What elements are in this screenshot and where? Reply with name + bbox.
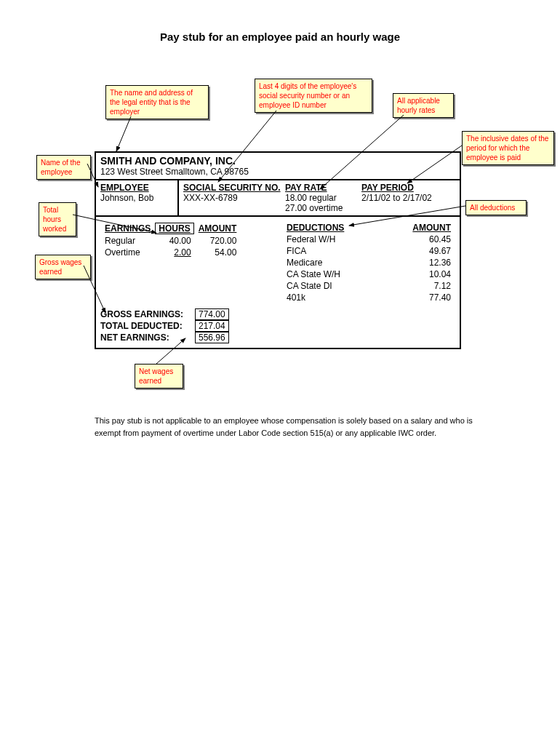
earnings-table: EARNINGS HOURS AMOUNT Regular 40.00 720.…	[100, 221, 241, 259]
callout-rates: All applicable hourly rates	[393, 93, 454, 118]
deduction-row: Medicare12.36	[284, 258, 454, 268]
deducted-label: TOTAL DEDUCTED:	[100, 321, 195, 331]
earnings-hours: 40.00	[155, 236, 193, 246]
footer-note: This pay stub is not applicable to an em…	[95, 415, 473, 439]
earnings-block: EARNINGS HOURS AMOUNT Regular 40.00 720.…	[100, 221, 268, 304]
deduction-row: FICA49.67	[284, 246, 454, 256]
employee-name: Johnson, Bob	[100, 193, 173, 203]
callout-deductions: All deductions	[465, 200, 527, 215]
deductions-col-header: DEDUCTIONS	[284, 223, 383, 233]
paystub-container: SMITH AND COMPANY, INC. 123 West Street …	[95, 151, 461, 349]
ssn-header: SOCIAL SECURITY NO.	[183, 183, 285, 193]
amount-col-header: AMOUNT	[196, 223, 240, 234]
deducted-value: 217.04	[195, 320, 229, 332]
deduction-row: 401k77.40	[284, 292, 454, 303]
payrate-1: 18.00 regular	[285, 193, 361, 203]
company-section: SMITH AND COMPANY, INC. 123 West Street …	[96, 153, 460, 180]
body-row: EARNINGS HOURS AMOUNT Regular 40.00 720.…	[96, 217, 460, 308]
payrate-header: PAY RATE	[285, 183, 361, 193]
earnings-hours: 2.00	[155, 247, 193, 258]
employee-cell: EMPLOYEE Johnson, Bob	[96, 180, 177, 215]
earnings-row: Overtime 2.00 54.00	[102, 247, 239, 258]
net-label: NET EARNINGS:	[100, 332, 195, 343]
callout-hours: Total hours worked	[39, 202, 76, 236]
earnings-label: Regular	[102, 236, 153, 246]
callout-ssn: Last 4 digits of the employee's social s…	[255, 79, 372, 113]
callout-period: The inclusive dates of the period for wh…	[462, 131, 554, 165]
payperiod-value: 2/11/02 to 2/17/02	[361, 193, 432, 203]
deduction-row: Federal W/H60.45	[284, 234, 454, 244]
deduction-row: CA State W/H10.04	[284, 269, 454, 279]
gross-value: 774.00	[195, 308, 229, 320]
net-value: 556.96	[195, 332, 229, 343]
deduction-row: CA State DI7.12	[284, 281, 454, 291]
company-name: SMITH AND COMPANY, INC.	[100, 155, 455, 167]
deductions-table: DEDUCTIONS AMOUNT Federal W/H60.45 FICA4…	[282, 221, 455, 304]
deductions-amount-header: AMOUNT	[385, 223, 454, 233]
payperiod-header: PAY PERIOD	[361, 183, 432, 193]
earnings-amount: 720.00	[196, 236, 240, 246]
payrate-2: 27.00 overtime	[285, 203, 361, 213]
callout-net: Net wages earned	[135, 364, 183, 389]
ssn-value: XXX-XX-6789	[183, 193, 285, 203]
gross-label: GROSS EARNINGS:	[100, 309, 195, 319]
earnings-col-header: EARNINGS	[102, 223, 153, 234]
callout-employee-name: Name of the employee	[36, 155, 91, 180]
hours-col-header: HOURS	[155, 223, 193, 234]
page-title: Pay stub for an employee paid an hourly …	[0, 31, 560, 43]
earnings-row: Regular 40.00 720.00	[102, 236, 239, 246]
svg-line-0	[116, 116, 131, 151]
totals-section: GROSS EARNINGS: 774.00 TOTAL DEDUCTED: 2…	[96, 308, 460, 348]
employee-header: EMPLOYEE	[100, 183, 173, 193]
company-address: 123 West Street Smalltown, CA 98765	[100, 167, 455, 177]
info-rest: SOCIAL SECURITY NO. XXX-XX-6789 PAY RATE…	[177, 180, 460, 215]
callout-employer: The name and address of the legal entity…	[105, 85, 209, 119]
callout-gross: Gross wages earned	[35, 255, 91, 279]
earnings-amount: 54.00	[196, 247, 240, 258]
earnings-label: Overtime	[102, 247, 153, 258]
info-row: EMPLOYEE Johnson, Bob SOCIAL SECURITY NO…	[96, 180, 460, 217]
deductions-block: DEDUCTIONS AMOUNT Federal W/H60.45 FICA4…	[282, 221, 455, 304]
